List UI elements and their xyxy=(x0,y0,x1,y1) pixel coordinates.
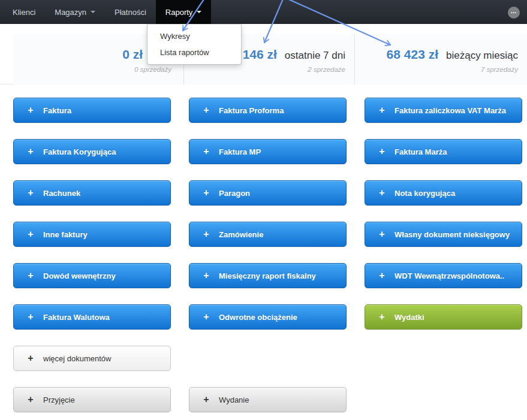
stat-sales-count: 0 sprzedaży xyxy=(134,66,171,73)
nav-menu: Klienci Magazyn Płatności Raporty xyxy=(0,0,211,24)
doc-button-label: Rachunek xyxy=(43,189,80,198)
doc-button-faktura[interactable]: +Faktura xyxy=(13,98,171,123)
nav-item-label: Klienci xyxy=(13,8,35,17)
stat-value: 146 zł xyxy=(243,47,277,62)
doc-button-odwrotne-obciążenie[interactable]: +Odwrotne obciążenie xyxy=(189,304,347,330)
plus-icon: + xyxy=(203,312,210,322)
doc-button-faktura-zaliczkowa-vat-marża[interactable]: +Faktura zaliczkowa VAT Marża xyxy=(365,98,522,123)
doc-button-więcej-dokumentów[interactable]: +więcej dokumentów xyxy=(13,346,171,371)
doc-button-przyjęcie[interactable]: +Przyjęcie xyxy=(13,387,171,412)
doc-button-nota-korygująca[interactable]: +Nota korygująca xyxy=(365,180,522,206)
document-buttons-grid: +Faktura+Faktura Proforma+Faktura zalicz… xyxy=(13,98,522,412)
stat-sales-count: 7 sprzedaży xyxy=(481,66,518,73)
doc-button-miesięczny-raport-fiskalny[interactable]: +Miesięczny raport fiskalny xyxy=(189,263,347,288)
plus-icon: + xyxy=(378,229,386,240)
doc-button-dowód-wewnętrzny[interactable]: +Dowód wewnętrzny xyxy=(13,263,171,288)
doc-button-label: Wydatki xyxy=(395,313,424,322)
doc-button-label: Przyjęcie xyxy=(43,395,75,404)
caret-down-icon xyxy=(197,11,201,13)
stat-current-month: 68 423 zł bieżący miesiąc 7 sprzedaży xyxy=(355,34,527,84)
plus-icon: + xyxy=(203,188,210,198)
stat-value: 68 423 zł xyxy=(387,47,438,62)
page: Klienci Magazyn Płatności Raporty … Wykr… xyxy=(0,0,527,420)
doc-button-faktura-mp[interactable]: +Faktura MP xyxy=(189,139,347,164)
nav-item-magazyn[interactable]: Magazyn xyxy=(45,0,105,24)
plus-icon: + xyxy=(378,188,386,198)
doc-button-label: Zamówienie xyxy=(219,230,263,239)
doc-button-label: Faktura Korygująca xyxy=(43,147,116,156)
doc-button-label: Wydanie xyxy=(219,395,249,404)
plus-icon: + xyxy=(27,146,34,157)
doc-button-faktura-korygująca[interactable]: +Faktura Korygująca xyxy=(13,139,171,164)
plus-icon: + xyxy=(27,270,34,281)
doc-button-inne-faktury[interactable]: +Inne faktury xyxy=(13,222,171,247)
plus-icon: + xyxy=(27,312,34,322)
doc-button-faktura-walutowa[interactable]: +Faktura Walutowa xyxy=(13,304,171,330)
doc-button-label: Faktura Walutowa xyxy=(43,313,110,322)
plus-icon: + xyxy=(378,105,386,116)
doc-button-paragon[interactable]: +Paragon xyxy=(189,180,347,206)
doc-button-label: Inne faktury xyxy=(43,230,88,239)
doc-button-label: Paragon xyxy=(219,189,250,198)
doc-button-faktura-marża[interactable]: +Faktura Marża xyxy=(365,139,522,164)
doc-button-label: Faktura Marża xyxy=(395,147,447,156)
plus-icon: + xyxy=(27,353,34,364)
plus-icon: + xyxy=(203,105,210,116)
plus-icon: + xyxy=(203,394,210,405)
doc-button-rachunek[interactable]: +Rachunek xyxy=(13,180,171,206)
dropdown-item-lista-raportow[interactable]: Lista raportów xyxy=(147,44,241,61)
overflow-menu-button[interactable]: … xyxy=(508,7,520,19)
plus-icon: + xyxy=(378,270,386,281)
nav-item-label: Płatności xyxy=(115,8,146,17)
plus-icon: + xyxy=(378,146,386,157)
doc-button-label: Faktura zaliczkowa VAT Marża xyxy=(395,106,506,115)
dropdown-item-wykresy[interactable]: Wykresy xyxy=(147,28,241,44)
doc-button-label: Faktura xyxy=(43,106,71,115)
doc-button-label: Nota korygująca xyxy=(395,189,455,198)
caret-down-icon xyxy=(91,11,95,13)
doc-button-label: Dowód wewnętrzny xyxy=(43,271,116,280)
doc-button-label: Odwrotne obciążenie xyxy=(219,313,297,322)
stat-row: 146 zł ostatnie 7 dni xyxy=(243,47,345,62)
doc-button-zamówienie[interactable]: +Zamówienie xyxy=(189,222,347,247)
nav-item-raporty[interactable]: Raporty xyxy=(156,0,212,24)
nav-item-klienci[interactable]: Klienci xyxy=(3,0,45,24)
doc-button-label: Faktura Proforma xyxy=(219,106,284,115)
doc-button-faktura-proforma[interactable]: +Faktura Proforma xyxy=(189,98,347,123)
plus-icon: + xyxy=(27,105,34,116)
plus-icon: + xyxy=(203,229,210,240)
stat-label: bieżący miesiąc xyxy=(446,50,518,62)
doc-button-wydanie[interactable]: +Wydanie xyxy=(189,387,347,412)
plus-icon: + xyxy=(27,394,34,405)
plus-icon: + xyxy=(27,229,34,240)
sales-stats-section: 0 zł 0 sprzedaży 146 zł ostatnie 7 dni 2… xyxy=(0,24,527,84)
doc-button-label: Własny dokument nieksięgowy xyxy=(395,230,510,239)
plus-icon: + xyxy=(27,188,34,198)
nav-item-label: Magazyn xyxy=(55,8,86,17)
stat-row: 68 423 zł bieżący miesiąc xyxy=(387,47,518,62)
nav-item-label: Raporty xyxy=(165,8,193,17)
plus-icon: + xyxy=(203,270,210,281)
doc-button-wydatki[interactable]: +Wydatki xyxy=(365,304,522,330)
doc-button-label: Miesięczny raport fiskalny xyxy=(219,271,316,280)
plus-icon: + xyxy=(378,312,386,322)
doc-button-własny-dokument-nieksięgowy[interactable]: +Własny dokument nieksięgowy xyxy=(365,222,522,247)
doc-button-label: Faktura MP xyxy=(219,147,261,156)
reports-dropdown: Wykresy Lista raportów xyxy=(147,24,242,65)
stat-sales-count: 2 sprzedaże xyxy=(308,66,345,73)
stat-value: 0 zł xyxy=(122,47,143,62)
stat-label: ostatnie 7 dni xyxy=(285,50,345,62)
doc-button-wdt-wewnątrzwspólnotowa[interactable]: +WDT Wewnątrzwspólnotowa.. xyxy=(365,263,522,288)
doc-button-label: więcej dokumentów xyxy=(43,354,111,363)
top-navbar: Klienci Magazyn Płatności Raporty … xyxy=(0,0,527,24)
plus-icon: + xyxy=(203,146,210,157)
sales-stats-panel: 0 zł 0 sprzedaży 146 zł ostatnie 7 dni 2… xyxy=(13,34,527,84)
nav-item-platnosci[interactable]: Płatności xyxy=(105,0,156,24)
doc-button-label: WDT Wewnątrzwspólnotowa.. xyxy=(395,271,504,280)
